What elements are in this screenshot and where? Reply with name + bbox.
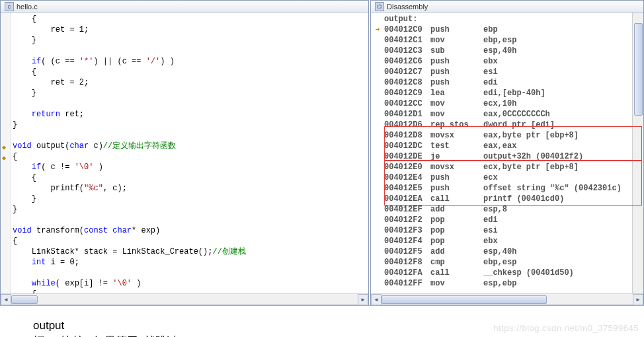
disassembly-panel: ⌬ Disassembly output:➜004012C0pushebp004… — [370, 0, 644, 305]
disasm-row[interactable]: 004012F3popesi — [371, 225, 643, 236]
disassembly-tab-title: Disassembly — [387, 3, 428, 11]
disasm-row[interactable]: 004012DCtesteax,eax — [371, 141, 643, 151]
source-panel: c hello.c ◆◆ { ret = 1; } if( (c == '*')… — [0, 0, 369, 305]
disasm-row[interactable]: 004012C3subesp,40h — [371, 46, 643, 56]
disasm-row[interactable]: 004012C6pushebx — [371, 56, 643, 67]
disasm-row[interactable]: 004012D6rep stosdword ptr [edi] — [371, 120, 643, 130]
scrollbar-horizontal[interactable]: ◄ ► — [1, 293, 368, 305]
code-lines: { ret = 1; } if( (c == '*') || (c == '/'… — [11, 13, 368, 293]
disasm-row[interactable]: 004012F8cmpebp,esp — [371, 257, 643, 268]
c-file-icon: c — [5, 2, 14, 11]
disasm-row[interactable]: 004012F4popebx — [371, 236, 643, 246]
disasm-row[interactable]: 004012FFmovesp,ebp — [371, 278, 643, 289]
disasm-row[interactable]: 004012E0movsxecx,byte ptr [ebp+8] — [371, 162, 643, 172]
disasm-icon: ⌬ — [375, 2, 384, 11]
disasm-row[interactable]: 004012E5pushoffset string "%c" (0042301c… — [371, 183, 643, 194]
disasm-row[interactable]: 004012E4pushecx — [371, 172, 643, 183]
scroll-right-button[interactable]: ► — [633, 294, 643, 305]
disasm-row[interactable]: 004012FAcall__chkesp (00401d50) — [371, 268, 643, 278]
disasm-row[interactable]: 004012DEjeoutput+32h (004012f2) — [371, 151, 643, 162]
scroll-thumb[interactable] — [382, 295, 547, 304]
disasm-row[interactable]: 004012C9leaedi,[ebp-40h] — [371, 88, 643, 98]
current-arrow-icon: ➜ — [376, 26, 380, 34]
scroll-right-button[interactable]: ► — [358, 294, 368, 305]
disasm-row[interactable]: 004012D1moveax,0CCCCCCCCh — [371, 109, 643, 120]
disasm-row[interactable]: 004012CCmovecx,10h — [371, 98, 643, 109]
disasm-row[interactable]: ➜004012C0pushebp — [371, 24, 643, 35]
scroll-left-button[interactable]: ◄ — [371, 294, 382, 305]
scrollbar-horizontal-right[interactable]: ◄ ► — [371, 293, 643, 305]
scroll-left-button[interactable]: ◄ — [1, 294, 11, 305]
disasm-row[interactable]: 004012C1movebp,esp — [371, 35, 643, 46]
disasm-row[interactable]: 004012C7pushesi — [371, 67, 643, 77]
disasm-row[interactable]: 004012EFaddesp,8 — [371, 204, 643, 215]
disassembly-tab[interactable]: ⌬ Disassembly — [371, 1, 643, 13]
disasm-row[interactable]: 004012EAcallprintf (00401cd0) — [371, 194, 643, 204]
code-gutter: ◆◆ — [1, 13, 11, 293]
source-tab[interactable]: c hello.c — [1, 1, 368, 13]
disasm-row[interactable]: 004012F2popedi — [371, 215, 643, 225]
scroll-thumb-vertical[interactable] — [634, 23, 643, 116]
scroll-thumb[interactable] — [11, 295, 38, 304]
disasm-row[interactable]: 004012F5addesp,40h — [371, 246, 643, 257]
disasm-row[interactable]: 004012C8pushedi — [371, 77, 643, 88]
source-tab-title: hello.c — [17, 3, 38, 11]
code-view[interactable]: ◆◆ { ret = 1; } if( (c == '*') || (c == … — [1, 13, 368, 293]
disassembly-view[interactable]: output:➜004012C0pushebp004012C1movebp,es… — [371, 13, 643, 293]
scrollbar-vertical[interactable] — [632, 13, 643, 293]
disasm-row[interactable]: 004012D8movsxeax,byte ptr [ebp+8] — [371, 130, 643, 141]
watermark: https://blog.csdn.net/m0_37599645 — [493, 323, 639, 333]
note-line-2: 框1：比较c 如果等于0就跳过if — [33, 334, 644, 337]
